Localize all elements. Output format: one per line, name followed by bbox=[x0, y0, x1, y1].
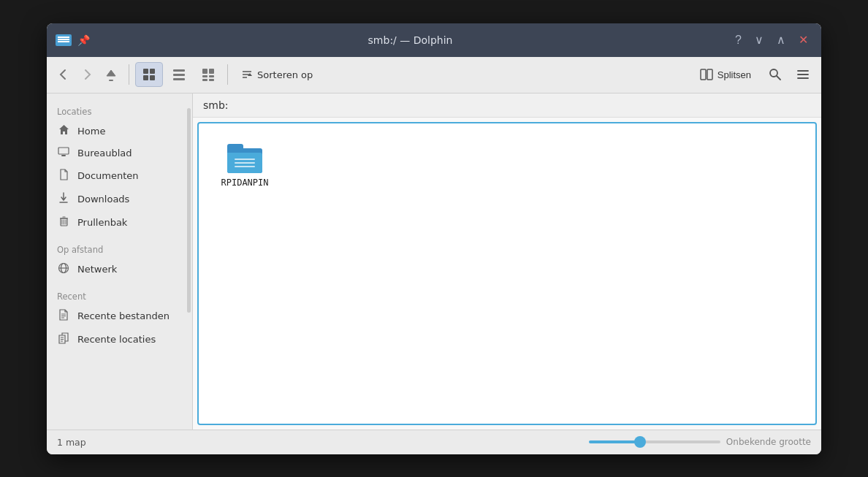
sidebar-item-downloads-label: Downloads bbox=[77, 194, 129, 205]
file-item-rpidanpin[interactable]: RPIDANPIN bbox=[212, 137, 278, 195]
back-icon bbox=[58, 68, 69, 81]
sidebar-item-recente-locaties-label: Recente locaties bbox=[77, 334, 156, 345]
pin-icon: 📌 bbox=[77, 34, 90, 46]
sidebar-item-recente-bestanden-label: Recente bestanden bbox=[77, 310, 170, 321]
svg-rect-5 bbox=[173, 74, 185, 76]
sidebar-item-home-label: Home bbox=[77, 126, 105, 137]
network-icon bbox=[57, 262, 70, 277]
dropdown-button[interactable]: ∨ bbox=[750, 31, 768, 49]
separator-2 bbox=[227, 64, 228, 85]
file-label-rpidanpin: RPIDANPIN bbox=[221, 178, 268, 188]
titlebar: 📌 smb:/ — Dolphin ? ∨ ∧ ✕ bbox=[47, 23, 821, 57]
split-button[interactable]: Splitsen bbox=[691, 65, 760, 84]
svg-rect-4 bbox=[173, 69, 185, 72]
sidebar-item-netwerk-label: Netwerk bbox=[77, 264, 117, 275]
svg-rect-9 bbox=[202, 75, 208, 77]
toolbar: Sorteren op Splitsen bbox=[47, 57, 821, 94]
up-button[interactable] bbox=[99, 64, 123, 85]
breadcrumb: smb: bbox=[193, 94, 821, 118]
sidebar-item-netwerk[interactable]: Netwerk bbox=[47, 258, 192, 281]
zoom-slider[interactable] bbox=[589, 440, 720, 443]
view-list-button[interactable] bbox=[166, 63, 192, 86]
svg-rect-11 bbox=[202, 79, 208, 81]
recent-label: Recent bbox=[47, 287, 192, 305]
recent-files-icon bbox=[57, 309, 70, 324]
sidebar: Locaties Home Bureaublad Documenten bbox=[47, 94, 193, 430]
svg-rect-8 bbox=[209, 69, 214, 74]
svg-rect-17 bbox=[707, 69, 712, 80]
svg-line-19 bbox=[777, 76, 780, 80]
sort-icon bbox=[241, 69, 253, 80]
sidebar-item-bureaublad[interactable]: Bureaublad bbox=[47, 142, 192, 164]
sidebar-scrollbar[interactable] bbox=[187, 108, 191, 313]
forward-button[interactable] bbox=[76, 64, 98, 85]
svg-rect-12 bbox=[209, 79, 214, 81]
forward-icon bbox=[82, 68, 92, 81]
separator-1 bbox=[129, 64, 129, 85]
op-afstand-label: Op afstand bbox=[47, 240, 192, 258]
sidebar-item-prullenbak[interactable]: Prullenbak bbox=[47, 211, 192, 234]
folder-icon bbox=[227, 144, 262, 173]
statusbar: 1 map Onbekende grootte bbox=[47, 430, 821, 454]
sort-button[interactable]: Sorteren op bbox=[234, 66, 320, 83]
up-icon bbox=[105, 69, 117, 79]
toolbar-right: Splitsen bbox=[691, 64, 815, 85]
svg-rect-2 bbox=[143, 75, 148, 80]
view-compact-button[interactable] bbox=[195, 63, 221, 86]
sidebar-item-downloads[interactable]: Downloads bbox=[47, 188, 192, 211]
svg-rect-23 bbox=[58, 148, 69, 154]
window-title: smb:/ — Dolphin bbox=[90, 34, 731, 46]
split-icon bbox=[700, 69, 713, 80]
svg-rect-1 bbox=[150, 69, 155, 74]
locaties-section-label: Locaties bbox=[47, 102, 192, 120]
zoom-container: Onbekende grootte bbox=[589, 437, 811, 447]
svg-rect-3 bbox=[150, 75, 155, 80]
file-area: RPIDANPIN bbox=[197, 122, 817, 425]
home-icon bbox=[57, 124, 70, 138]
view-icons-button[interactable] bbox=[135, 62, 163, 87]
list-view-icon bbox=[172, 67, 186, 82]
svg-rect-7 bbox=[202, 69, 208, 74]
svg-rect-0 bbox=[143, 69, 148, 74]
svg-rect-6 bbox=[173, 78, 185, 80]
nav-buttons bbox=[53, 64, 123, 85]
content-area: Locaties Home Bureaublad Documenten bbox=[47, 94, 821, 430]
sidebar-item-prullenbak-label: Prullenbak bbox=[77, 217, 127, 228]
close-button[interactable]: ✕ bbox=[794, 31, 812, 49]
main-area: smb: bbox=[193, 94, 821, 430]
svg-rect-16 bbox=[701, 69, 706, 80]
minimize-button[interactable]: ∧ bbox=[772, 31, 790, 49]
help-button[interactable]: ? bbox=[731, 31, 746, 49]
titlebar-controls: ? ∨ ∧ ✕ bbox=[731, 31, 812, 49]
search-button[interactable] bbox=[763, 64, 788, 85]
hamburger-icon bbox=[796, 69, 810, 80]
sidebar-item-home[interactable]: Home bbox=[47, 120, 192, 142]
trash-icon bbox=[57, 215, 70, 230]
svg-rect-24 bbox=[61, 155, 66, 156]
size-text: Onbekende grootte bbox=[726, 437, 811, 447]
compact-view-icon bbox=[201, 67, 216, 82]
sort-label: Sorteren op bbox=[257, 69, 313, 80]
file-grid: RPIDANPIN bbox=[206, 131, 808, 201]
menu-button[interactable] bbox=[791, 64, 815, 85]
split-label: Splitsen bbox=[717, 69, 751, 80]
dolphin-window: 📌 smb:/ — Dolphin ? ∨ ∧ ✕ bbox=[47, 23, 821, 454]
sidebar-item-recente-locaties[interactable]: Recente locaties bbox=[47, 328, 192, 351]
item-count: 1 map bbox=[57, 437, 86, 448]
grid-view-icon bbox=[142, 67, 156, 82]
titlebar-left: 📌 bbox=[56, 34, 90, 46]
sidebar-item-documenten[interactable]: Documenten bbox=[47, 164, 192, 188]
sidebar-item-recente-bestanden[interactable]: Recente bestanden bbox=[47, 305, 192, 328]
desktop-icon bbox=[57, 147, 70, 160]
back-button[interactable] bbox=[53, 64, 75, 85]
recent-locs-icon bbox=[57, 332, 70, 347]
app-icon bbox=[56, 34, 72, 46]
documenten-icon bbox=[57, 169, 70, 183]
sidebar-item-documenten-label: Documenten bbox=[77, 170, 139, 181]
svg-rect-10 bbox=[209, 75, 214, 77]
search-icon bbox=[769, 68, 782, 81]
sidebar-item-bureaublad-label: Bureaublad bbox=[77, 148, 132, 159]
downloads-icon bbox=[57, 192, 70, 207]
